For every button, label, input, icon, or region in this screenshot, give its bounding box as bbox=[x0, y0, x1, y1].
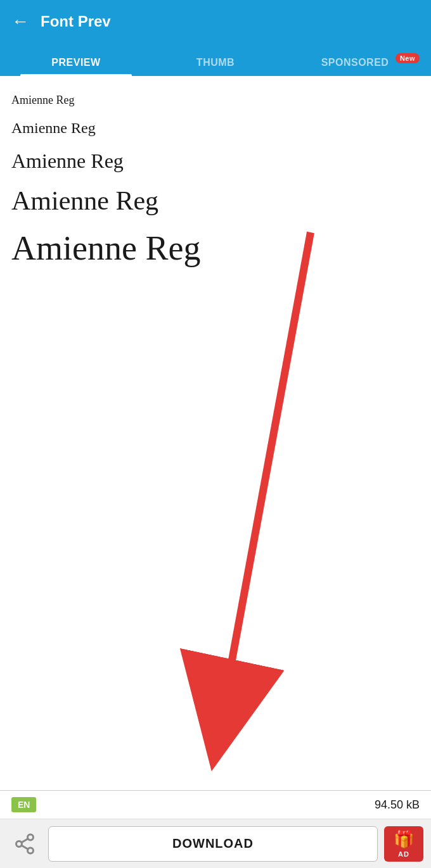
new-badge: New bbox=[396, 53, 420, 63]
svg-line-1 bbox=[222, 232, 311, 715]
svg-line-5 bbox=[22, 845, 28, 849]
font-preview-md: Amienne Reg bbox=[11, 143, 420, 179]
gift-icon: 🎁 bbox=[394, 829, 414, 849]
font-preview-sm: Amienne Reg bbox=[11, 113, 420, 143]
font-preview-lg: Amienne Reg bbox=[11, 179, 420, 222]
tab-sponsored[interactable]: SPONSORED New bbox=[285, 51, 425, 76]
svg-line-6 bbox=[22, 838, 28, 842]
download-button[interactable]: DOWNLOAD bbox=[48, 826, 378, 862]
back-button[interactable]: ← bbox=[11, 13, 29, 30]
bottom-bar: DOWNLOAD 🎁 AD bbox=[0, 819, 431, 868]
tabs-bar: PREVIEW THUMB SPONSORED New bbox=[0, 43, 431, 76]
header-title: Font Prev bbox=[41, 13, 111, 30]
share-icon bbox=[13, 833, 36, 855]
file-size: 94.50 kB bbox=[375, 798, 420, 812]
tab-thumb[interactable]: THUMB bbox=[146, 51, 285, 76]
info-bar: EN 94.50 kB bbox=[0, 790, 431, 819]
font-preview-xl: Amienne Reg bbox=[11, 222, 420, 274]
header: ← Font Prev bbox=[0, 0, 431, 43]
share-button[interactable] bbox=[8, 827, 42, 861]
ad-label: AD bbox=[398, 850, 409, 858]
language-badge: EN bbox=[11, 797, 36, 812]
font-preview-xs: Amienne Reg bbox=[11, 87, 420, 113]
gift-ad-button[interactable]: 🎁 AD bbox=[384, 826, 423, 862]
preview-content: Amienne Reg Amienne Reg Amienne Reg Amie… bbox=[0, 76, 431, 790]
tab-preview[interactable]: PREVIEW bbox=[6, 51, 146, 76]
